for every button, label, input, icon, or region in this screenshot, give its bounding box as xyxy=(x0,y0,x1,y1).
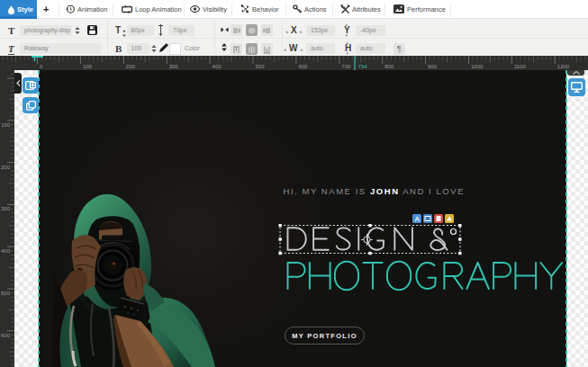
svg-text:800: 800 xyxy=(384,64,394,69)
svg-text:500: 500 xyxy=(256,64,266,69)
svg-text:734: 734 xyxy=(358,64,368,69)
svg-text:300: 300 xyxy=(169,64,179,69)
svg-text:300: 300 xyxy=(1,206,11,211)
svg-text:500: 500 xyxy=(1,291,11,296)
svg-text:400: 400 xyxy=(1,248,11,254)
svg-text:100: 100 xyxy=(83,64,93,69)
svg-text:A: A xyxy=(414,215,420,223)
svg-text:700: 700 xyxy=(341,64,351,69)
svg-text:600: 600 xyxy=(298,64,308,69)
svg-text:200: 200 xyxy=(1,165,11,170)
svg-text:200: 200 xyxy=(126,64,136,69)
svg-text:1200: 1200 xyxy=(557,64,570,69)
svg-text:1100: 1100 xyxy=(514,64,527,69)
svg-text:400: 400 xyxy=(213,64,222,69)
svg-text:600: 600 xyxy=(1,333,11,338)
svg-text:900: 900 xyxy=(428,64,438,69)
svg-text:100: 100 xyxy=(1,122,11,128)
svg-text:1000: 1000 xyxy=(471,64,484,69)
